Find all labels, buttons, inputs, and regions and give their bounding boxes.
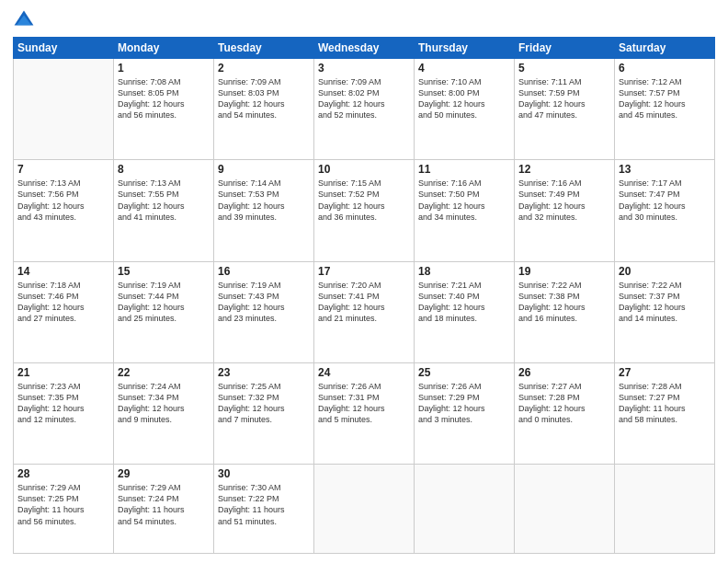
week-row-5: 28Sunrise: 7:29 AMSunset: 7:25 PMDayligh… (14, 465, 715, 554)
day-number: 7 (17, 163, 109, 176)
day-number: 25 (418, 366, 510, 379)
day-number: 8 (118, 163, 210, 176)
day-number: 24 (318, 366, 410, 379)
col-header-wednesday: Wednesday (314, 38, 415, 59)
day-cell: 23Sunrise: 7:25 AMSunset: 7:32 PMDayligh… (214, 362, 314, 464)
day-cell: 24Sunrise: 7:26 AMSunset: 7:31 PMDayligh… (314, 362, 415, 464)
day-cell: 30Sunrise: 7:30 AMSunset: 7:22 PMDayligh… (214, 465, 314, 554)
day-cell (415, 465, 515, 554)
day-number: 16 (218, 265, 310, 278)
day-info: Sunrise: 7:29 AMSunset: 7:25 PMDaylight:… (17, 482, 109, 527)
day-info: Sunrise: 7:22 AMSunset: 7:37 PMDaylight:… (619, 280, 711, 325)
week-row-1: 1Sunrise: 7:08 AMSunset: 8:05 PMDaylight… (14, 59, 715, 160)
day-cell: 14Sunrise: 7:18 AMSunset: 7:46 PMDayligh… (14, 261, 114, 362)
day-number: 5 (518, 62, 610, 75)
day-number: 23 (218, 366, 310, 379)
day-info: Sunrise: 7:24 AMSunset: 7:34 PMDaylight:… (118, 381, 210, 426)
day-info: Sunrise: 7:26 AMSunset: 7:29 PMDaylight:… (418, 381, 510, 426)
day-info: Sunrise: 7:27 AMSunset: 7:28 PMDaylight:… (518, 381, 610, 426)
day-cell: 19Sunrise: 7:22 AMSunset: 7:38 PMDayligh… (515, 261, 615, 362)
day-number: 13 (619, 163, 711, 176)
day-cell: 22Sunrise: 7:24 AMSunset: 7:34 PMDayligh… (114, 362, 214, 464)
day-cell (515, 465, 615, 554)
day-info: Sunrise: 7:26 AMSunset: 7:31 PMDaylight:… (318, 381, 410, 426)
day-number: 28 (17, 467, 109, 480)
day-cell: 9Sunrise: 7:14 AMSunset: 7:53 PMDaylight… (214, 160, 314, 261)
day-cell: 15Sunrise: 7:19 AMSunset: 7:44 PMDayligh… (114, 261, 214, 362)
day-number: 9 (218, 163, 310, 176)
week-row-3: 14Sunrise: 7:18 AMSunset: 7:46 PMDayligh… (14, 261, 715, 362)
day-info: Sunrise: 7:21 AMSunset: 7:40 PMDaylight:… (418, 280, 510, 325)
day-number: 14 (17, 265, 109, 278)
logo (13, 9, 39, 31)
day-info: Sunrise: 7:09 AMSunset: 8:03 PMDaylight:… (218, 76, 310, 121)
day-info: Sunrise: 7:29 AMSunset: 7:24 PMDaylight:… (118, 482, 210, 527)
day-cell: 8Sunrise: 7:13 AMSunset: 7:55 PMDaylight… (114, 160, 214, 261)
day-cell: 3Sunrise: 7:09 AMSunset: 8:02 PMDaylight… (314, 59, 415, 160)
day-cell: 21Sunrise: 7:23 AMSunset: 7:35 PMDayligh… (14, 362, 114, 464)
header (13, 9, 715, 31)
day-info: Sunrise: 7:12 AMSunset: 7:57 PMDaylight:… (619, 76, 711, 121)
day-info: Sunrise: 7:13 AMSunset: 7:55 PMDaylight:… (118, 178, 210, 223)
day-cell: 4Sunrise: 7:10 AMSunset: 8:00 PMDaylight… (415, 59, 515, 160)
logo-icon (13, 9, 35, 31)
day-info: Sunrise: 7:16 AMSunset: 7:50 PMDaylight:… (418, 178, 510, 223)
day-info: Sunrise: 7:10 AMSunset: 8:00 PMDaylight:… (418, 76, 510, 121)
day-info: Sunrise: 7:16 AMSunset: 7:49 PMDaylight:… (518, 178, 610, 223)
day-number: 1 (118, 62, 210, 75)
day-cell: 25Sunrise: 7:26 AMSunset: 7:29 PMDayligh… (415, 362, 515, 464)
col-header-saturday: Saturday (615, 38, 715, 59)
day-number: 27 (619, 366, 711, 379)
day-number: 10 (318, 163, 410, 176)
day-cell: 16Sunrise: 7:19 AMSunset: 7:43 PMDayligh… (214, 261, 314, 362)
day-info: Sunrise: 7:22 AMSunset: 7:38 PMDaylight:… (518, 280, 610, 325)
day-info: Sunrise: 7:17 AMSunset: 7:47 PMDaylight:… (619, 178, 711, 223)
day-number: 3 (318, 62, 410, 75)
day-number: 20 (619, 265, 711, 278)
day-cell: 17Sunrise: 7:20 AMSunset: 7:41 PMDayligh… (314, 261, 415, 362)
day-number: 4 (418, 62, 510, 75)
day-cell: 11Sunrise: 7:16 AMSunset: 7:50 PMDayligh… (415, 160, 515, 261)
day-cell: 13Sunrise: 7:17 AMSunset: 7:47 PMDayligh… (615, 160, 715, 261)
day-number: 6 (619, 62, 711, 75)
day-number: 2 (218, 62, 310, 75)
day-info: Sunrise: 7:20 AMSunset: 7:41 PMDaylight:… (318, 280, 410, 325)
day-cell: 6Sunrise: 7:12 AMSunset: 7:57 PMDaylight… (615, 59, 715, 160)
day-number: 18 (418, 265, 510, 278)
day-number: 26 (518, 366, 610, 379)
col-header-tuesday: Tuesday (214, 38, 314, 59)
day-number: 22 (118, 366, 210, 379)
day-info: Sunrise: 7:19 AMSunset: 7:43 PMDaylight:… (218, 280, 310, 325)
day-info: Sunrise: 7:11 AMSunset: 7:59 PMDaylight:… (518, 76, 610, 121)
week-row-4: 21Sunrise: 7:23 AMSunset: 7:35 PMDayligh… (14, 362, 715, 464)
col-header-sunday: Sunday (14, 38, 114, 59)
day-cell: 10Sunrise: 7:15 AMSunset: 7:52 PMDayligh… (314, 160, 415, 261)
day-info: Sunrise: 7:25 AMSunset: 7:32 PMDaylight:… (218, 381, 310, 426)
day-cell: 28Sunrise: 7:29 AMSunset: 7:25 PMDayligh… (14, 465, 114, 554)
day-number: 29 (118, 467, 210, 480)
day-info: Sunrise: 7:28 AMSunset: 7:27 PMDaylight:… (619, 381, 711, 426)
week-row-2: 7Sunrise: 7:13 AMSunset: 7:56 PMDaylight… (14, 160, 715, 261)
day-cell: 12Sunrise: 7:16 AMSunset: 7:49 PMDayligh… (515, 160, 615, 261)
day-info: Sunrise: 7:08 AMSunset: 8:05 PMDaylight:… (118, 76, 210, 121)
day-number: 15 (118, 265, 210, 278)
day-cell: 7Sunrise: 7:13 AMSunset: 7:56 PMDaylight… (14, 160, 114, 261)
day-number: 21 (17, 366, 109, 379)
day-cell: 2Sunrise: 7:09 AMSunset: 8:03 PMDaylight… (214, 59, 314, 160)
day-cell (14, 59, 114, 160)
day-info: Sunrise: 7:23 AMSunset: 7:35 PMDaylight:… (17, 381, 109, 426)
day-number: 19 (518, 265, 610, 278)
col-header-friday: Friday (515, 38, 615, 59)
day-cell: 29Sunrise: 7:29 AMSunset: 7:24 PMDayligh… (114, 465, 214, 554)
day-info: Sunrise: 7:15 AMSunset: 7:52 PMDaylight:… (318, 178, 410, 223)
day-number: 11 (418, 163, 510, 176)
day-cell: 27Sunrise: 7:28 AMSunset: 7:27 PMDayligh… (615, 362, 715, 464)
col-header-monday: Monday (114, 38, 214, 59)
day-number: 30 (218, 467, 310, 480)
day-cell: 26Sunrise: 7:27 AMSunset: 7:28 PMDayligh… (515, 362, 615, 464)
day-cell: 1Sunrise: 7:08 AMSunset: 8:05 PMDaylight… (114, 59, 214, 160)
page: SundayMondayTuesdayWednesdayThursdayFrid… (0, 0, 728, 563)
day-cell: 18Sunrise: 7:21 AMSunset: 7:40 PMDayligh… (415, 261, 515, 362)
day-info: Sunrise: 7:18 AMSunset: 7:46 PMDaylight:… (17, 280, 109, 325)
day-info: Sunrise: 7:14 AMSunset: 7:53 PMDaylight:… (218, 178, 310, 223)
